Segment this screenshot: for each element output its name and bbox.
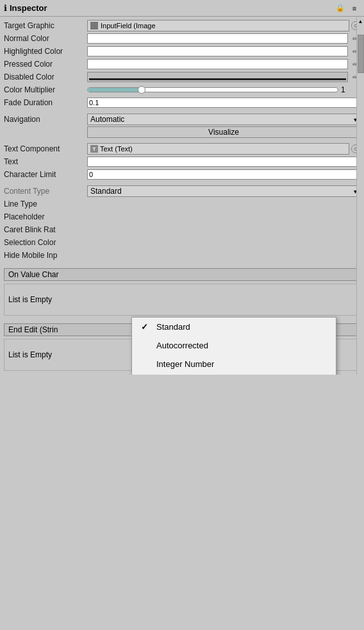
checkmark-standard: ✓ xyxy=(141,322,151,332)
normal-color-label: Normal Color xyxy=(4,34,87,43)
target-graphic-value: InputField (Image xyxy=(101,22,156,30)
disabled-color-label: Disabled Color xyxy=(4,72,87,81)
text-component-field-container: T Text (Text) ○ xyxy=(87,143,360,155)
header-icons: 🔒 ≡ xyxy=(335,3,360,14)
highlighted-color-field[interactable] xyxy=(87,46,348,56)
navigation-field-container: Automatic ▾ xyxy=(87,114,360,125)
caret-blink-rate-row: Caret Blink Rat xyxy=(0,223,364,236)
text-comp-icon: T xyxy=(90,145,98,153)
on-value-changed-list: List is Empty xyxy=(4,284,360,316)
fade-duration-field-container xyxy=(87,98,360,108)
pressed-color-label: Pressed Color xyxy=(4,60,87,69)
caret-blink-rate-label: Caret Blink Rat xyxy=(4,225,87,234)
dropdown-item-integer-number-label: Integer Number xyxy=(156,359,214,369)
info-icon: ℹ xyxy=(4,3,7,13)
navigation-label: Navigation xyxy=(4,115,87,124)
text-component-value: Text (Text) xyxy=(100,145,133,153)
hide-mobile-label: Hide Mobile Inp xyxy=(4,251,87,260)
navigation-row: Navigation Automatic ▾ xyxy=(0,113,364,126)
scrollbar-thumb[interactable] xyxy=(358,35,364,73)
disabled-color-field-container: ✏ xyxy=(87,72,360,82)
dropdown-item-decimal-number[interactable]: Decimal Number xyxy=(132,373,336,375)
end-edit-empty-text: List is Empty xyxy=(8,350,52,359)
content-type-label: Content Type xyxy=(4,187,87,196)
end-edit-label: End Edit (Strin xyxy=(8,325,58,334)
highlighted-color-field-container: ✏ xyxy=(87,46,360,56)
normal-color-field-container: ✏ xyxy=(87,33,360,44)
color-multiplier-row: Color Multiplier 1 xyxy=(0,83,364,96)
pressed-color-row: Pressed Color ✏ xyxy=(0,58,364,71)
text-component-row: Text Component T Text (Text) ○ xyxy=(0,142,364,155)
slider-thumb[interactable] xyxy=(138,86,145,94)
line-type-row: Line Type xyxy=(0,198,364,210)
hide-mobile-row: Hide Mobile Inp xyxy=(0,249,364,262)
text-label: Text xyxy=(4,157,87,166)
target-graphic-row: Target Graphic InputField (Image ○ xyxy=(0,19,364,32)
content-type-dropdown-popup: ✓ Standard Autocorrected Integer Number … xyxy=(131,317,336,375)
placeholder-row: Placeholder xyxy=(0,210,364,223)
text-component-field[interactable]: T Text (Text) xyxy=(87,143,349,155)
target-graphic-field[interactable]: InputField (Image xyxy=(87,20,349,31)
slider-fill xyxy=(88,88,143,92)
dropdown-item-standard[interactable]: ✓ Standard xyxy=(132,318,336,336)
on-value-changed-header[interactable]: On Value Char xyxy=(4,268,360,281)
character-limit-row: Character Limit xyxy=(0,168,364,181)
target-graphic-label: Target Graphic xyxy=(4,21,87,30)
on-value-changed-empty-text: List is Empty xyxy=(8,295,52,304)
scroll-up-arrow[interactable]: ▲ xyxy=(357,17,364,26)
fade-duration-row: Fade Duration xyxy=(0,96,364,109)
content-wrapper: Target Graphic InputField (Image ○ Norma… xyxy=(0,17,364,375)
color-multiplier-field-container: 1 xyxy=(87,85,360,94)
normal-color-row: Normal Color ✏ xyxy=(0,32,364,45)
slider-container: 1 xyxy=(87,85,360,94)
pressed-color-field[interactable] xyxy=(87,59,348,69)
highlighted-color-label: Highlighted Color xyxy=(4,47,87,56)
dropdown-item-autocorrected-label: Autocorrected xyxy=(156,341,208,350)
inspector-title: Inspector xyxy=(10,3,335,13)
content-type-row: Content Type Standard ▾ xyxy=(0,185,364,198)
menu-icon[interactable]: ≡ xyxy=(349,3,360,14)
content-type-dropdown[interactable]: Standard ▾ xyxy=(87,185,360,197)
dropdown-item-autocorrected[interactable]: Autocorrected xyxy=(132,336,336,355)
visualize-button[interactable]: Visualize xyxy=(87,126,360,138)
disabled-color-bar xyxy=(89,78,346,80)
inspector-header: ℹ Inspector 🔒 ≡ xyxy=(0,0,364,17)
dropdown-item-standard-label: Standard xyxy=(156,322,190,332)
lock-icon[interactable]: 🔒 xyxy=(335,3,346,14)
disabled-color-field[interactable] xyxy=(87,72,348,82)
dropdown-item-integer-number[interactable]: Integer Number xyxy=(132,355,336,373)
character-limit-field-container xyxy=(87,169,360,180)
character-limit-label: Character Limit xyxy=(4,170,87,179)
visualize-row: Visualize xyxy=(0,126,364,139)
text-component-label: Text Component xyxy=(4,144,87,153)
text-input[interactable] xyxy=(87,157,360,167)
color-multiplier-label: Color Multiplier xyxy=(4,85,87,94)
disabled-color-row: Disabled Color ✏ xyxy=(0,71,364,83)
character-limit-input[interactable] xyxy=(87,169,360,180)
content-type-value: Standard xyxy=(90,187,122,196)
selection-color-row: Selection Color xyxy=(0,236,364,249)
on-value-changed-label: On Value Char xyxy=(8,270,59,279)
content-type-field-container: Standard ▾ xyxy=(87,185,360,197)
selection-color-label: Selection Color xyxy=(4,238,87,247)
text-row: Text xyxy=(0,155,364,168)
highlighted-color-row: Highlighted Color ✏ xyxy=(0,45,364,58)
pressed-color-field-container: ✏ xyxy=(87,59,360,69)
target-graphic-field-container: InputField (Image ○ xyxy=(87,20,360,31)
fade-duration-label: Fade Duration xyxy=(4,98,87,107)
navigation-dropdown[interactable]: Automatic ▾ xyxy=(87,114,360,125)
placeholder-label: Placeholder xyxy=(4,212,87,221)
scrollbar[interactable]: ▲ xyxy=(356,17,364,375)
target-graphic-icon xyxy=(90,22,98,30)
text-field-container xyxy=(87,157,360,167)
inspector-window: ℹ Inspector 🔒 ≡ Target Graphic InputFiel… xyxy=(0,0,364,630)
visualize-field-container: Visualize xyxy=(87,126,360,138)
slider-track[interactable] xyxy=(87,87,338,92)
navigation-value: Automatic xyxy=(90,115,124,124)
line-type-label: Line Type xyxy=(4,200,87,209)
normal-color-field[interactable] xyxy=(87,33,348,44)
fade-duration-input[interactable] xyxy=(87,98,360,108)
divider-4 xyxy=(0,262,364,266)
